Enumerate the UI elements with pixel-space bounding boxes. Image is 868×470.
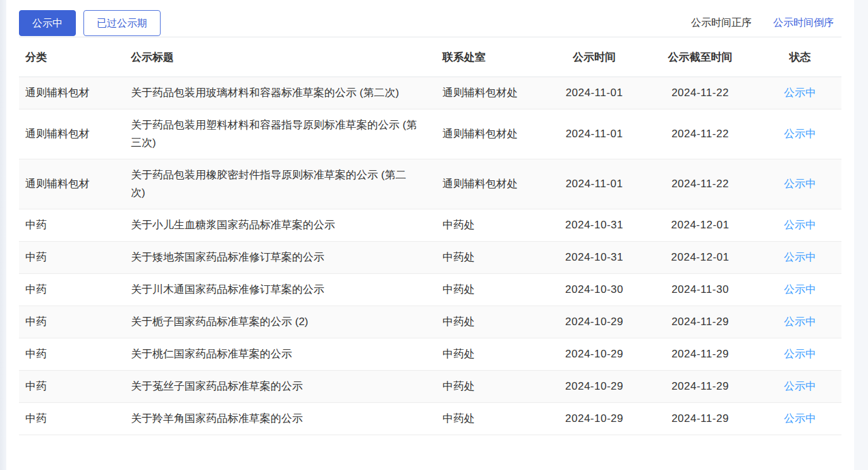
notice-title-link[interactable]: 关于药品包装用玻璃材料和容器标准草案的公示 (第二次)	[125, 77, 436, 109]
cell-category: 中药	[19, 242, 125, 274]
cell-category: 中药	[19, 274, 125, 306]
cell-category: 中药	[19, 371, 125, 403]
header-status: 状态	[759, 37, 841, 77]
table-row: 通则辅料包材 关于药品包装用橡胶密封件指导原则标准草案的公示 (第二次) 通则辅…	[19, 159, 841, 209]
status-link[interactable]: 公示中	[784, 412, 816, 424]
cell-office: 中药处	[436, 242, 547, 274]
table-row: 中药 关于小儿生血糖浆国家药品标准草案的公示 中药处 2024-10-31 20…	[19, 209, 841, 242]
cell-start-date: 2024-10-29	[547, 371, 642, 403]
status-link[interactable]: 公示中	[784, 219, 816, 231]
status-link[interactable]: 公示中	[784, 251, 816, 263]
header-category: 分类	[19, 37, 125, 77]
table-body: 通则辅料包材 关于药品包装用玻璃材料和容器标准草案的公示 (第二次) 通则辅料包…	[19, 77, 841, 435]
table-row: 通则辅料包材 关于药品包装用玻璃材料和容器标准草案的公示 (第二次) 通则辅料包…	[19, 77, 841, 109]
table-row: 中药 关于川木通国家药品标准修订草案的公示 中药处 2024-10-30 202…	[19, 274, 841, 306]
cell-category: 中药	[19, 306, 125, 338]
cell-status: 公示中	[759, 209, 841, 242]
cell-start-date: 2024-10-30	[547, 274, 642, 306]
cell-category: 中药	[19, 338, 125, 371]
cell-status: 公示中	[759, 77, 841, 109]
cell-office: 中药处	[436, 274, 547, 306]
status-filter-group: 公示中 已过公示期	[19, 10, 161, 36]
toolbar: 公示中 已过公示期 公示时间正序 公示时间倒序	[19, 0, 841, 37]
cell-end-date: 2024-11-22	[642, 109, 759, 159]
cell-start-date: 2024-10-31	[547, 209, 642, 242]
cell-end-date: 2024-12-01	[642, 242, 759, 274]
table-row: 中药 关于菟丝子国家药品标准草案的公示 中药处 2024-10-29 2024-…	[19, 371, 841, 403]
table-row: 中药 关于栀子国家药品标准草案的公示 (2) 中药处 2024-10-29 20…	[19, 306, 841, 338]
sort-link-time-asc[interactable]: 公示时间正序	[691, 16, 752, 30]
notice-title-link[interactable]: 关于菟丝子国家药品标准草案的公示	[125, 371, 436, 403]
notice-title-link[interactable]: 关于矮地茶国家药品标准修订草案的公示	[125, 242, 436, 274]
cell-office: 中药处	[436, 403, 547, 435]
table-row: 通则辅料包材 关于药品包装用塑料材料和容器指导原则标准草案的公示 (第三次) 通…	[19, 109, 841, 159]
status-link[interactable]: 公示中	[784, 178, 816, 190]
cell-status: 公示中	[759, 306, 841, 338]
cell-status: 公示中	[759, 371, 841, 403]
filter-button-expired[interactable]: 已过公示期	[83, 10, 161, 36]
cell-office: 通则辅料包材处	[436, 77, 547, 109]
sort-link-time-desc[interactable]: 公示时间倒序	[773, 16, 834, 30]
sort-links: 公示时间正序 公示时间倒序	[691, 16, 841, 30]
cell-status: 公示中	[759, 403, 841, 435]
cell-end-date: 2024-11-22	[642, 77, 759, 109]
cell-category: 中药	[19, 209, 125, 242]
notice-title-link[interactable]: 关于栀子国家药品标准草案的公示 (2)	[125, 306, 436, 338]
cell-status: 公示中	[759, 242, 841, 274]
status-link[interactable]: 公示中	[784, 380, 816, 392]
cell-category: 通则辅料包材	[19, 159, 125, 209]
cell-status: 公示中	[759, 159, 841, 209]
cell-start-date: 2024-11-01	[547, 109, 642, 159]
cell-status: 公示中	[759, 338, 841, 371]
page-left-edge	[0, 0, 6, 470]
cell-status: 公示中	[759, 109, 841, 159]
table-row: 中药 关于矮地茶国家药品标准修订草案的公示 中药处 2024-10-31 202…	[19, 242, 841, 274]
filter-button-active[interactable]: 公示中	[19, 10, 76, 36]
cell-category: 通则辅料包材	[19, 77, 125, 109]
cell-start-date: 2024-10-29	[547, 306, 642, 338]
status-link[interactable]: 公示中	[784, 348, 816, 360]
cell-category: 通则辅料包材	[19, 109, 125, 159]
cell-end-date: 2024-12-01	[642, 209, 759, 242]
cell-office: 中药处	[436, 371, 547, 403]
cell-start-date: 2024-10-31	[547, 242, 642, 274]
status-link[interactable]: 公示中	[784, 128, 816, 140]
status-link[interactable]: 公示中	[784, 283, 816, 295]
notice-table: 分类 公示标题 联系处室 公示时间 公示截至时间 状态 通则辅料包材 关于药品包…	[19, 37, 841, 435]
cell-office: 通则辅料包材处	[436, 159, 547, 209]
status-link[interactable]: 公示中	[784, 316, 816, 328]
status-link[interactable]: 公示中	[784, 87, 816, 99]
cell-end-date: 2024-11-29	[642, 306, 759, 338]
cell-office: 中药处	[436, 306, 547, 338]
notice-title-link[interactable]: 关于小儿生血糖浆国家药品标准草案的公示	[125, 209, 436, 242]
cell-office: 中药处	[436, 209, 547, 242]
notice-title-link[interactable]: 关于药品包装用塑料材料和容器指导原则标准草案的公示 (第三次)	[125, 109, 436, 159]
cell-end-date: 2024-11-29	[642, 371, 759, 403]
cell-start-date: 2024-10-29	[547, 403, 642, 435]
cell-office: 通则辅料包材处	[436, 109, 547, 159]
cell-start-date: 2024-11-01	[547, 77, 642, 109]
notice-title-link[interactable]: 关于药品包装用橡胶密封件指导原则标准草案的公示 (第二次)	[125, 159, 436, 209]
cell-category: 中药	[19, 403, 125, 435]
cell-end-date: 2024-11-22	[642, 159, 759, 209]
notice-title-link[interactable]: 关于桃仁国家药品标准草案的公示	[125, 338, 436, 371]
notice-title-link[interactable]: 关于羚羊角国家药品标准草案的公示	[125, 403, 436, 435]
header-end-time: 公示截至时间	[642, 37, 759, 77]
cell-end-date: 2024-11-29	[642, 338, 759, 371]
table-row: 中药 关于桃仁国家药品标准草案的公示 中药处 2024-10-29 2024-1…	[19, 338, 841, 371]
cell-start-date: 2024-10-29	[547, 338, 642, 371]
cell-office: 中药处	[436, 338, 547, 371]
table-row: 中药 关于羚羊角国家药品标准草案的公示 中药处 2024-10-29 2024-…	[19, 403, 841, 435]
header-start-time: 公示时间	[547, 37, 642, 77]
cell-end-date: 2024-11-30	[642, 274, 759, 306]
header-office: 联系处室	[436, 37, 547, 77]
cell-status: 公示中	[759, 274, 841, 306]
notice-title-link[interactable]: 关于川木通国家药品标准修订草案的公示	[125, 274, 436, 306]
table-header: 分类 公示标题 联系处室 公示时间 公示截至时间 状态	[19, 37, 841, 77]
header-title: 公示标题	[125, 37, 436, 77]
cell-start-date: 2024-11-01	[547, 159, 642, 209]
notice-list-panel: 公示中 已过公示期 公示时间正序 公示时间倒序 分类 公示标题 联系处室 公示时…	[6, 0, 854, 470]
cell-end-date: 2024-11-29	[642, 403, 759, 435]
